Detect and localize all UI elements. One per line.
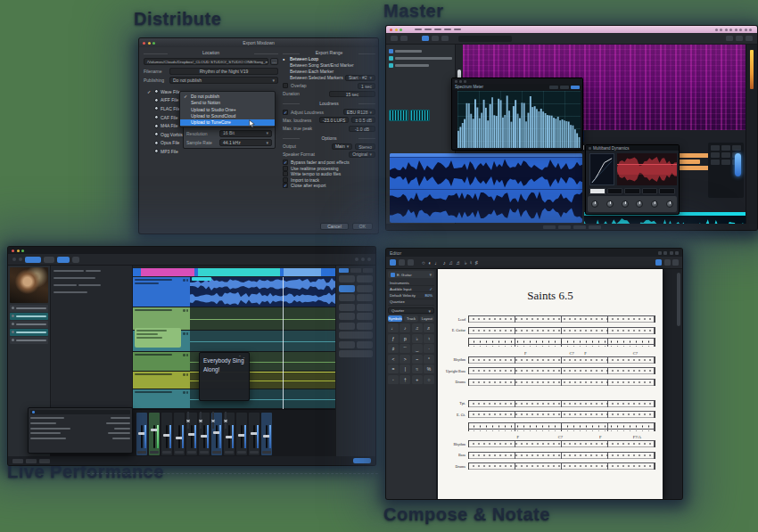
patch-buttons[interactable]	[339, 275, 373, 357]
symbol-button[interactable]: ♭	[412, 334, 423, 343]
setting-row[interactable]: Quantize	[388, 299, 434, 306]
patch-tabs[interactable]	[339, 268, 373, 273]
checkbox-icon[interactable]	[283, 171, 288, 176]
symbol-button[interactable]: <	[388, 355, 399, 364]
publishing-dropdown[interactable]: Do not publish ▾	[169, 77, 278, 84]
track-header[interactable]	[133, 389, 190, 409]
ok-button[interactable]: OK	[352, 223, 373, 230]
track-list-header[interactable]	[389, 47, 452, 54]
staff[interactable]	[468, 411, 655, 418]
instrument-selector[interactable]: E. Guitar ▾	[388, 271, 434, 278]
note-duration-button[interactable]: ♯	[475, 258, 478, 267]
symbol-button[interactable]: °	[424, 355, 434, 364]
symbol-button[interactable]: %	[424, 364, 434, 373]
tool-icon[interactable]	[422, 36, 429, 41]
action-button[interactable]	[353, 458, 371, 463]
tool-icon[interactable]	[391, 36, 398, 41]
tool-icon[interactable]	[736, 36, 743, 41]
note-duration-button[interactable]: ♫	[449, 258, 453, 267]
track-item[interactable]	[389, 61, 452, 69]
mixer-channel[interactable]	[186, 413, 197, 455]
tool-icon[interactable]	[400, 36, 408, 41]
sidebar-tab[interactable]: Layout	[420, 315, 434, 322]
threshold-band[interactable]	[617, 164, 677, 175]
tool-icon[interactable]	[441, 36, 449, 41]
symbol-button[interactable]: ♬	[424, 323, 434, 332]
staff[interactable]	[468, 327, 655, 334]
titlebar-icons[interactable]	[658, 251, 680, 255]
track-item[interactable]	[389, 54, 452, 61]
export-path-field[interactable]: /Volumes/Clouds/Dropbox/_CLOUD STUDIO/_S…	[144, 58, 268, 65]
publishing-menu-item[interactable]: Upload to SoundCloud	[180, 112, 275, 119]
note-duration-button[interactable]: ♪	[443, 258, 446, 267]
voice-tool[interactable]	[672, 259, 679, 266]
symbol-button[interactable]: ƒ	[388, 334, 399, 343]
overlap-checkbox[interactable]	[283, 83, 288, 88]
track-header[interactable]	[133, 372, 190, 389]
multiband-dynamics-window[interactable]: Multiband Dynamics	[585, 144, 680, 215]
loudness-tolerance[interactable]: ± 0.5 dB	[351, 117, 375, 123]
tie-tool[interactable]	[655, 259, 662, 266]
expand-icon[interactable]: ⌃⌄	[238, 355, 246, 359]
mixer-channel[interactable]	[211, 413, 222, 455]
setlist-item[interactable]	[10, 337, 48, 344]
knob[interactable]	[651, 201, 658, 208]
resolution-dropdown[interactable]: 16 Bit ▾	[219, 130, 272, 137]
track-lane[interactable]	[190, 277, 337, 307]
entry-tool[interactable]	[408, 259, 414, 266]
sidebar-tab[interactable]: Symbols	[388, 315, 402, 322]
setlist-item-active[interactable]	[10, 313, 48, 320]
export-range-option[interactable]: Between Each Marker	[283, 69, 375, 75]
symbol-button[interactable]: ‿	[412, 344, 423, 353]
staff[interactable]	[468, 379, 655, 386]
track-lane[interactable]	[190, 331, 337, 352]
knob[interactable]	[636, 201, 643, 208]
section-label-pill[interactable]	[192, 277, 211, 281]
symbol-button[interactable]: =	[388, 364, 399, 373]
quantize-dropdown[interactable]: Quarter ▾	[388, 307, 434, 315]
value-displays[interactable]	[589, 188, 675, 194]
knob[interactable]	[591, 201, 598, 208]
score-page[interactable]: Saints 6.5 Lead E. Guitar FC7FC7 Rhythm …	[438, 269, 663, 499]
true-peak-value[interactable]: -1.0 dB	[349, 126, 375, 132]
performance-info-window[interactable]	[28, 407, 133, 454]
symbol-button[interactable]: ◦	[388, 375, 399, 384]
checkbox-icon[interactable]: ✓	[283, 183, 288, 188]
symbol-button[interactable]: ⌒	[400, 344, 410, 353]
knob[interactable]	[622, 201, 629, 208]
symbol-button[interactable]: ~	[412, 355, 423, 364]
editor-titlebar[interactable]: Editor	[386, 249, 682, 257]
track-lane[interactable]	[190, 307, 337, 331]
section-marker[interactable]	[284, 268, 320, 276]
mixer-channel[interactable]	[224, 413, 235, 455]
staff[interactable]	[468, 356, 655, 364]
tool-icon[interactable]	[746, 36, 753, 41]
staff[interactable]	[468, 315, 655, 323]
tool-icon[interactable]	[726, 36, 733, 41]
spectrum-options[interactable]	[549, 86, 580, 89]
option-checkbox-row[interactable]: ✓ Close after export	[283, 183, 375, 189]
mixer-channel[interactable]	[236, 413, 247, 455]
setlist-item[interactable]	[10, 321, 48, 328]
tool-icon[interactable]	[361, 258, 365, 261]
mixer-channel-selected[interactable]	[149, 413, 160, 455]
symbol-button[interactable]: ♮	[424, 334, 434, 343]
symbol-button[interactable]: ≈	[412, 364, 423, 373]
window-controls[interactable]	[12, 250, 24, 252]
marker-range-dropdown[interactable]: Start - #2 ▾	[345, 75, 375, 81]
symbol-button[interactable]: †	[400, 375, 410, 384]
knob[interactable]	[666, 201, 673, 208]
setlist-item[interactable]	[10, 329, 48, 336]
mixer-channel[interactable]	[249, 413, 260, 455]
note-duration-button[interactable]: ♮	[470, 258, 472, 267]
symbol-button[interactable]: ○	[424, 375, 434, 384]
menu-bar[interactable]	[386, 26, 757, 33]
staff[interactable]	[468, 400, 655, 407]
note-duration-button[interactable]: ○	[422, 258, 425, 267]
symbol-button[interactable]: |	[400, 364, 410, 373]
speaker-format-dropdown[interactable]: Original ▾	[349, 151, 375, 158]
playhead[interactable]	[283, 277, 284, 409]
window-titlebar[interactable]	[8, 247, 375, 254]
loop-button[interactable]	[72, 257, 79, 263]
checkbox-icon[interactable]	[283, 177, 288, 183]
